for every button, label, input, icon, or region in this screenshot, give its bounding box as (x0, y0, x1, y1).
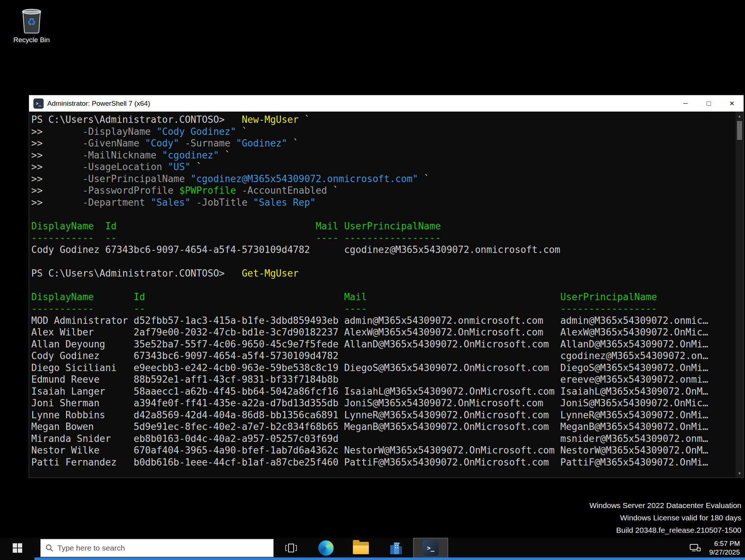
buildings-app-button[interactable] (378, 538, 413, 558)
terminal-line: Diego Siciliani e9eecbb3-e242-4cb0-963e-… (31, 362, 736, 374)
terminal-line (31, 208, 736, 220)
scrollbar-thumb[interactable] (737, 121, 742, 140)
task-view-button[interactable] (274, 538, 309, 558)
terminal-line: >> -MailNickname "cgodinez" ` (31, 149, 736, 161)
activation-line-edition: Windows Server 2022 Datacenter Evaluatio… (589, 499, 741, 512)
terminal-line: Edmund Reeve 88b592e1-aff1-43cf-9831-bf3… (31, 374, 736, 386)
terminal-line: Alex Wilber 2af79e00-2032-47cb-bd1e-3c7d… (31, 326, 736, 338)
scroll-down-icon[interactable]: ▼ (736, 469, 744, 478)
clock-date: 9/27/2025 (709, 548, 740, 557)
network-icon[interactable] (687, 538, 703, 558)
terminal-line: Nestor Wilke 670af404-3965-4a90-bfef-1ab… (31, 444, 736, 456)
terminal-line: >> -DisplayName "Cody Godinez" ` (31, 126, 736, 138)
window-title: Administrator: PowerShell 7 (x64) (47, 100, 150, 108)
terminal-line: PS C:\Users\Administrator.CONTOSO> New-M… (31, 114, 736, 126)
file-explorer-icon (353, 542, 369, 554)
terminal-line: DisplayName Id Mail UserPrincipalName (31, 291, 736, 303)
recycle-bin[interactable]: ♻ Recycle Bin (8, 4, 55, 44)
window-controls: ─ □ ✕ (674, 95, 744, 112)
powershell-icon-glyph: >_ (427, 544, 434, 552)
buildings-icon (388, 540, 403, 556)
system-tray: 6:57 PM 9/27/2025 (687, 538, 745, 558)
terminal-line: DisplayName Id Mail UserPrincipalName (31, 220, 736, 232)
terminal-line: Isaiah Langer 58aaecc1-a62b-4f45-bb64-50… (31, 386, 736, 398)
task-view-icon (285, 543, 297, 553)
terminal-line (31, 255, 736, 267)
terminal-scrollbar[interactable]: ▲ ▼ (736, 112, 744, 478)
terminal-line: >> -PasswordProfile $PWProfile -AccountE… (31, 185, 736, 197)
recycle-bin-label: Recycle Bin (13, 36, 50, 44)
terminal-line: Cody Godinez 67343bc6-9097-4654-a5f4-573… (31, 244, 736, 256)
desktop: ♻ Recycle Bin >_ Administrator: PowerShe… (0, 0, 745, 560)
powershell-title-icon: >_ (33, 98, 44, 109)
recycle-bin-icon: ♻ (19, 4, 45, 34)
terminal-line: >> -Department "Sales" -JobTitle "Sales … (31, 197, 736, 209)
recycle-glyph: ♻ (27, 16, 36, 28)
terminal[interactable]: PS C:\Users\Administrator.CONTOSO> New-M… (29, 112, 744, 478)
powershell-title-icon-glyph: >_ (36, 101, 41, 106)
terminal-line: Megan Bowen 5d9e91ec-8fec-40e2-a7e7-b2c8… (31, 421, 736, 433)
terminal-line: Patti Fernandez b0db616b-1eee-44cf-b1af-… (31, 456, 736, 468)
powershell-icon: >_ (423, 540, 439, 556)
terminal-line: Joni Sherman a394fe0f-ff41-435e-a22a-d7b… (31, 397, 736, 409)
taskbar-search[interactable] (40, 539, 274, 557)
activation-line-build: Build 20348.fe_release.210507-1500 (589, 524, 741, 536)
search-input[interactable] (57, 544, 269, 552)
windows-logo-icon (13, 543, 22, 553)
clock-time: 6:57 PM (709, 539, 740, 548)
powershell-window: >_ Administrator: PowerShell 7 (x64) ─ □… (29, 95, 744, 478)
terminal-line (31, 279, 736, 291)
scroll-up-icon[interactable]: ▲ (736, 112, 744, 120)
terminal-output: PS C:\Users\Administrator.CONTOSO> New-M… (29, 112, 736, 478)
terminal-line: ----------- -- ---- ----------------- (31, 303, 736, 315)
terminal-line: MOD Administrator d52fbb57-1ac3-415a-b1f… (31, 315, 736, 327)
edge-button[interactable] (309, 538, 343, 558)
close-button[interactable]: ✕ (720, 95, 744, 112)
search-icon (45, 544, 54, 552)
edge-icon (318, 540, 334, 556)
terminal-line: >> -GivenName "Cody" -Surname "Godinez" … (31, 137, 736, 149)
terminal-line: >> -UsageLocation "US" ` (31, 161, 736, 173)
bottom-blue-strip (35, 557, 745, 560)
terminal-line: >> -UserPrincipalName "cgodinez@M365x543… (31, 173, 736, 185)
terminal-line: Cody Godinez 67343bc6-9097-4654-a5f4-573… (31, 350, 736, 362)
window-titlebar[interactable]: >_ Administrator: PowerShell 7 (x64) ─ □… (29, 95, 744, 112)
terminal-line: PS C:\Users\Administrator.CONTOSO> Get-M… (31, 267, 736, 279)
minimize-button[interactable]: ─ (674, 95, 697, 112)
powershell-taskbar-button[interactable]: >_ (413, 538, 448, 558)
file-explorer-button[interactable] (343, 538, 378, 558)
terminal-line: ----------- -- ---- ----------------- (31, 232, 736, 244)
windows-activation-watermark: Windows Server 2022 Datacenter Evaluatio… (589, 499, 741, 536)
taskbar: >_ 6:57 PM 9/27/2025 (0, 538, 745, 560)
terminal-line: Miranda Snider eb8b0163-0d4c-40a2-a957-0… (31, 433, 736, 445)
taskbar-clock[interactable]: 6:57 PM 9/27/2025 (709, 539, 741, 557)
maximize-button[interactable]: □ (697, 95, 720, 112)
terminal-line: Lynne Robbins d42a8569-42d4-404a-86d8-bb… (31, 409, 736, 421)
start-button[interactable] (0, 538, 35, 558)
terminal-line: Allan Deyoung 35e52ba7-55f7-4c06-9650-45… (31, 338, 736, 350)
activation-line-license: Windows License valid for 180 days (589, 512, 741, 524)
